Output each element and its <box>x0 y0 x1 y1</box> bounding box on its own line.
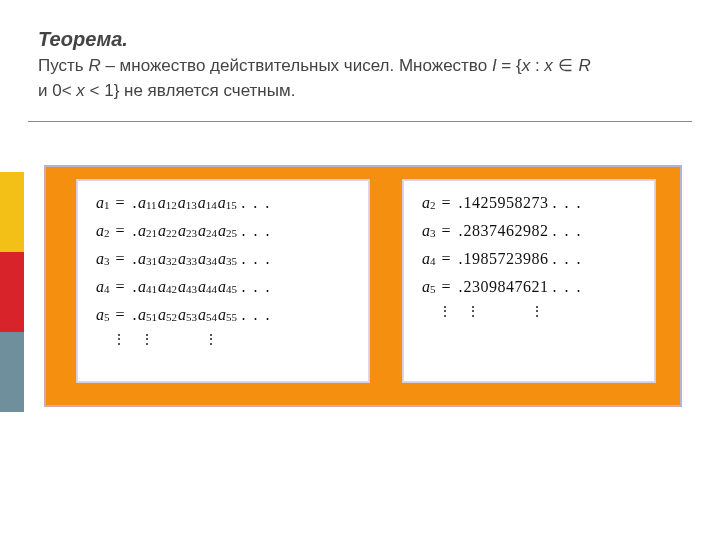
accent-red <box>0 252 24 332</box>
digit-term: a11 <box>138 195 157 211</box>
digit-term: a45 <box>218 279 237 295</box>
digit-term: a53 <box>178 307 197 323</box>
digit-term: a22 <box>158 223 177 239</box>
vdots-icon: ⋮ <box>204 335 218 345</box>
rhs: .a51a52a53a54a55. . . <box>131 307 272 323</box>
digit-term: a31 <box>138 251 157 267</box>
digit-term: a32 <box>158 251 177 267</box>
stmt-text: = { <box>497 56 522 75</box>
rhs: .2309847621. . . <box>457 279 583 295</box>
var-x: x <box>544 56 553 75</box>
enumeration-row: a1=.a11a12a13a14a15. . . <box>96 195 350 211</box>
digit-term: a12 <box>158 195 177 211</box>
digit-term: a33 <box>178 251 197 267</box>
lhs: a3 <box>96 251 110 267</box>
stmt-text: и 0< <box>38 81 76 100</box>
digit-term: a35 <box>218 251 237 267</box>
ellipsis: . . . <box>553 195 583 211</box>
enumeration-row: a5=.2309847621. . . <box>422 279 636 295</box>
lhs: a1 <box>96 195 110 211</box>
digit-term: a55 <box>218 307 237 323</box>
equals: = <box>116 307 125 323</box>
equals: = <box>442 279 451 295</box>
ellipsis: . . . <box>553 279 583 295</box>
numeric-enumeration-card: a2=.1425958273. . .a3=.2837462982. . .a4… <box>403 180 655 382</box>
ellipsis: . . . <box>242 279 272 295</box>
enumeration-row: a2=.1425958273. . . <box>422 195 636 211</box>
rhs: .1985723986. . . <box>457 251 583 267</box>
theorem-title: Теорема. <box>38 28 682 51</box>
decimal-digits: 2837462982 <box>464 223 549 239</box>
digit-term: a21 <box>138 223 157 239</box>
var-x: x <box>76 81 85 100</box>
element-of-symbol: ∈ <box>553 55 579 75</box>
decimal-digits: 1425958273 <box>464 195 549 211</box>
rhs: .a11a12a13a14a15. . . <box>131 195 272 211</box>
stmt-text: Пусть <box>38 56 88 75</box>
ellipsis: . . . <box>242 251 272 267</box>
digit-term: a34 <box>198 251 217 267</box>
equals: = <box>116 251 125 267</box>
accent-teal <box>0 332 24 412</box>
ellipsis: . . . <box>553 251 583 267</box>
ellipsis: . . . <box>242 223 272 239</box>
equals: = <box>442 251 451 267</box>
theorem-header: Теорема. Пусть R – множество действитель… <box>0 0 720 115</box>
lhs: a5 <box>422 279 436 295</box>
equals: = <box>116 223 125 239</box>
enumeration-row: a2=.a21a22a23a24a25. . . <box>96 223 350 239</box>
digit-term: a25 <box>218 223 237 239</box>
theorem-statement: Пусть R – множество действительных чисел… <box>38 53 682 103</box>
lhs: a4 <box>96 279 110 295</box>
digit-term: a13 <box>178 195 197 211</box>
enumeration-row: a5=.a51a52a53a54a55. . . <box>96 307 350 323</box>
digit-term: a52 <box>158 307 177 323</box>
digit-term: a41 <box>138 279 157 295</box>
enumeration-row: a3=.2837462982. . . <box>422 223 636 239</box>
ellipsis: . . . <box>553 223 583 239</box>
rhs: .1425958273. . . <box>457 195 583 211</box>
rhs: .a41a42a43a44a45. . . <box>131 279 272 295</box>
vdots-icon: ⋮ <box>112 335 126 345</box>
ellipsis: . . . <box>241 195 271 211</box>
lhs: a3 <box>422 223 436 239</box>
lhs: a4 <box>422 251 436 267</box>
color-sidebar <box>0 172 24 412</box>
digit-term: a24 <box>198 223 217 239</box>
vdots-icon: ⋮ <box>466 307 480 317</box>
symbolic-enumeration-card: a1=.a11a12a13a14a15. . .a2=.a21a22a23a24… <box>77 180 369 382</box>
lhs: a5 <box>96 307 110 323</box>
decimal-digits: 1985723986 <box>464 251 549 267</box>
stmt-text: : <box>530 56 544 75</box>
digit-term: a54 <box>198 307 217 323</box>
enumeration-row: a3=.a31a32a33a34a35. . . <box>96 251 350 267</box>
stmt-text: < 1} не является счетным. <box>85 81 296 100</box>
lhs: a2 <box>422 195 436 211</box>
digit-term: a43 <box>178 279 197 295</box>
ellipsis: . . . <box>242 307 272 323</box>
digit-term: a15 <box>218 195 237 211</box>
accent-yellow <box>0 172 24 252</box>
enumeration-row: a4=.1985723986. . . <box>422 251 636 267</box>
vdots-icon: ⋮ <box>438 307 452 317</box>
var-x: x <box>522 56 531 75</box>
rhs: .a31a32a33a34a35. . . <box>131 251 272 267</box>
decimal-digits: 2309847621 <box>464 279 549 295</box>
equals: = <box>116 279 125 295</box>
stmt-text: – множество действительных чисел. Множес… <box>101 56 492 75</box>
digit-term: a42 <box>158 279 177 295</box>
rhs: .a21a22a23a24a25. . . <box>131 223 272 239</box>
equals: = <box>442 223 451 239</box>
divider <box>28 121 692 122</box>
vdots-icon: ⋮ <box>530 307 544 317</box>
digit-term: a51 <box>138 307 157 323</box>
rhs: .2837462982. . . <box>457 223 583 239</box>
equals: = <box>116 195 125 211</box>
digit-term: a44 <box>198 279 217 295</box>
vdots-row: ⋮ ⋮ ⋮ <box>96 335 350 345</box>
digit-term: a23 <box>178 223 197 239</box>
set-R: R <box>578 56 590 75</box>
digit-term: a14 <box>198 195 217 211</box>
lhs: a2 <box>96 223 110 239</box>
vdots-row: ⋮ ⋮ ⋮ <box>422 307 636 317</box>
